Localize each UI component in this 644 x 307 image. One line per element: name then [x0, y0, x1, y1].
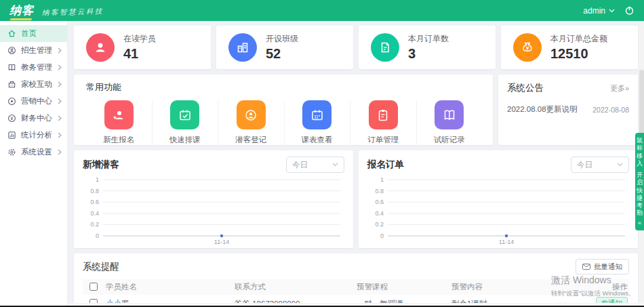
quick-action-trial-record[interactable]: 试听记录 — [417, 100, 483, 149]
quick-action-new-student[interactable]: 新生报名 — [86, 100, 153, 149]
svg-text:0.6: 0.6 — [375, 199, 384, 205]
col-course: 预警课程 — [357, 282, 451, 292]
chevron-right-icon — [58, 149, 62, 155]
svg-text:0.4: 0.4 — [375, 210, 384, 217]
user-menu[interactable]: admin — [583, 6, 615, 16]
svg-text:0.2: 0.2 — [90, 221, 99, 228]
svg-text:1: 1 — [96, 176, 99, 183]
gear-icon — [7, 148, 16, 157]
sidebar-item-finance[interactable]: 财务中心 — [0, 110, 67, 127]
stat-value: 52 — [266, 46, 298, 62]
user-circle-icon — [7, 46, 16, 55]
stat-card-orders: 本月订单数 3 — [359, 26, 496, 69]
chevron-right-icon — [58, 47, 62, 54]
stat-value: 3 — [408, 46, 449, 62]
svg-text:11-14: 11-14 — [499, 239, 514, 245]
sidebar-label: 家校互动 — [21, 79, 52, 89]
sidebar: 首页 招生管理 教务管理 家校互动 营销中心 财务中心 统计分析 系统设置 — [0, 21, 68, 307]
quick-action-lead-register[interactable]: 潜客登记 — [218, 100, 285, 149]
money-bag-icon — [513, 33, 542, 62]
sidebar-item-statistics[interactable]: 统计分析 — [0, 127, 67, 144]
stat-card-classes: 开设班级 52 — [216, 26, 353, 69]
stat-card-students: 在读学员 41 — [74, 26, 211, 69]
sidebar-label: 财务中心 — [21, 113, 52, 123]
reminders-panel: 系统提醒 批量通知 学员姓名 联系方式 预警课程 预警内容 操作 小小罗 爸爸 … — [74, 253, 638, 307]
students-icon — [86, 33, 115, 62]
brand-slogan: 纳客智慧云科技 — [42, 7, 104, 18]
reminders-title: 系统提醒 — [83, 261, 119, 273]
chevron-right-icon — [58, 98, 62, 104]
sidebar-item-home-school[interactable]: 家校互动 — [0, 76, 67, 93]
sidebar-label: 教务管理 — [21, 62, 52, 73]
stat-label: 开设班级 — [266, 33, 298, 45]
quick-action-label: 课表查看 — [302, 135, 333, 145]
chart-card-new-leads: 新增潜客 今日 00.20.40.60.8111-14 — [74, 150, 353, 248]
stat-label: 在读学员 — [123, 33, 156, 45]
more-link[interactable]: 更多» — [610, 83, 629, 94]
school-building-icon — [7, 80, 16, 89]
quick-action-label: 新生报名 — [103, 135, 134, 145]
quick-action-label: 订单管理 — [367, 135, 399, 145]
sidebar-item-marketing[interactable]: 营销中心 — [0, 93, 67, 110]
chart-title: 报名订单 — [367, 159, 404, 171]
top-header: 纳客 纳客智慧云科技 admin — [0, 0, 644, 21]
select-all-checkbox[interactable] — [89, 283, 98, 291]
date-range-select[interactable]: 今日 — [571, 157, 629, 173]
col-action: 操作 — [582, 282, 629, 292]
sidebar-item-settings[interactable]: 系统设置 — [0, 144, 67, 161]
sidebar-item-academic[interactable]: 教务管理 — [0, 59, 67, 76]
classes-icon — [228, 33, 257, 62]
svg-text:0.4: 0.4 — [90, 210, 99, 217]
announcements-title: 系统公告 — [507, 82, 544, 94]
chevron-right-icon — [58, 81, 62, 87]
chevron-down-icon — [332, 163, 338, 167]
home-icon — [7, 29, 16, 38]
sidebar-label: 统计分析 — [21, 130, 52, 140]
quick-action-schedule[interactable]: 快速排课 — [153, 100, 219, 149]
bar-chart-icon — [7, 131, 16, 140]
batch-notify-button[interactable]: 批量通知 — [576, 259, 629, 274]
timetable-icon — [302, 100, 331, 129]
chevron-down-icon — [609, 9, 615, 13]
quick-actions-title: 常用功能 — [86, 81, 482, 94]
quick-action-label: 快速排课 — [169, 135, 201, 145]
svg-text:0: 0 — [96, 232, 99, 239]
sidebar-label: 系统设置 — [21, 147, 52, 157]
quick-actions-panel: 常用功能 新生报名 快速排课 — [74, 75, 493, 145]
quick-attendance-ribbon[interactable]: 鼠标移入 开启快捷考勤 « — [635, 133, 644, 230]
chevron-right-icon — [58, 115, 62, 121]
chevron-right-icon — [58, 64, 62, 70]
quick-action-timetable[interactable]: 课表查看 — [285, 100, 351, 149]
order-mgmt-icon — [369, 100, 398, 129]
sidebar-label: 首页 — [21, 28, 37, 39]
col-contact: 联系方式 — [235, 282, 357, 292]
quick-action-label: 潜客登记 — [235, 135, 266, 145]
announcements-panel: 系统公告 更多» 2022.08.08更新说明 2022-08-08 — [498, 75, 638, 145]
announcement-item[interactable]: 2022.08.08更新说明 2022-08-08 — [507, 104, 629, 115]
trial-record-icon — [435, 100, 464, 129]
username: admin — [583, 6, 605, 16]
svg-text:0.2: 0.2 — [375, 221, 384, 228]
sidebar-item-home[interactable]: 首页 — [0, 25, 67, 42]
stat-label: 本月订单总金额 — [550, 33, 607, 45]
quick-action-order-mgmt[interactable]: 订单管理 — [350, 100, 417, 149]
disc-icon — [7, 97, 16, 106]
power-icon[interactable] — [624, 5, 635, 16]
announcement-title: 2022.08.08更新说明 — [507, 104, 578, 115]
quick-action-label: 试听记录 — [434, 135, 465, 145]
stat-label: 本月订单数 — [408, 33, 449, 45]
sidebar-label: 招生管理 — [21, 45, 52, 56]
stat-value: 12510 — [550, 46, 607, 62]
book-icon — [7, 63, 16, 72]
main-content: 在读学员 41 开设班级 52 本月订单数 3 — [68, 21, 644, 307]
announcement-date: 2022-08-08 — [592, 106, 629, 114]
chart-card-orders: 报名订单 今日 00.20.40.60.8111-14 — [359, 150, 638, 248]
svg-text:0.8: 0.8 — [90, 188, 99, 195]
chevron-down-icon — [617, 163, 623, 167]
stats-row: 在读学员 41 开设班级 52 本月订单数 3 — [74, 26, 638, 69]
sidebar-label: 营销中心 — [21, 96, 52, 106]
sidebar-item-enrollment[interactable]: 招生管理 — [0, 42, 67, 59]
stat-card-amount: 本月订单总金额 12510 — [501, 26, 638, 69]
svg-text:0.6: 0.6 — [90, 199, 99, 205]
date-range-select[interactable]: 今日 — [286, 157, 344, 173]
